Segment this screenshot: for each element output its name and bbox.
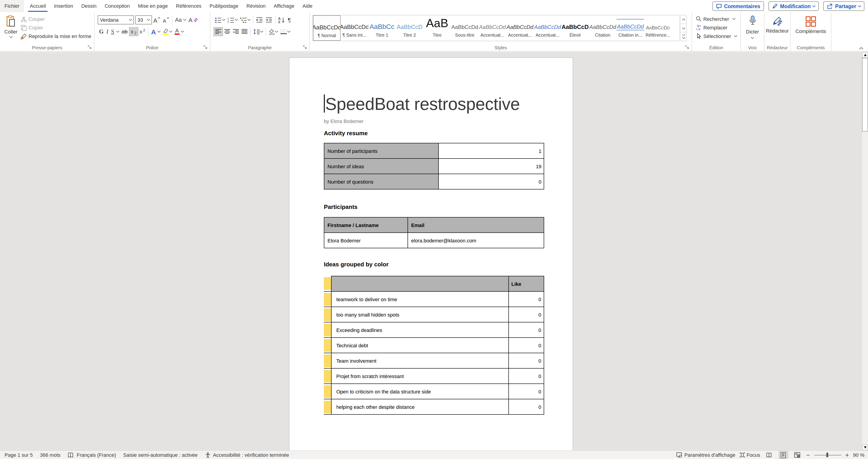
svg-text:c: c (699, 27, 701, 30)
underline-button[interactable]: S (110, 27, 120, 36)
line-spacing-button[interactable] (252, 27, 264, 36)
addins-button[interactable]: Compléments (790, 15, 831, 34)
read-mode-button[interactable] (764, 451, 774, 459)
style-sous-titre[interactable]: AaBbCcDdSous-titre (451, 15, 478, 41)
show-marks-button[interactable]: ¶ (286, 15, 292, 25)
style-normal[interactable]: AaBbCcDd¶ Normal (313, 15, 341, 41)
autocomplete-indicator[interactable]: Saisie semi-automatique : activée (123, 452, 198, 458)
tab-dessin[interactable]: Dessin (79, 0, 99, 12)
styles-dialog-launcher[interactable] (685, 45, 689, 49)
superscript-button[interactable]: x2 (138, 27, 147, 36)
accessibility-status[interactable]: Accessibilité : vérification terminée (213, 452, 289, 458)
style-titre-1[interactable]: AaBbCcTitre 1 (368, 15, 396, 41)
multilevel-list-button[interactable] (239, 15, 251, 25)
table-row: Open to criticism on the data structure … (324, 384, 544, 399)
print-layout-button[interactable] (778, 451, 788, 459)
zoom-slider-handle[interactable] (826, 453, 828, 457)
display-settings-button[interactable]: Paramètres d'affichage (676, 452, 735, 458)
tab-affichage[interactable]: Affichage (271, 0, 297, 12)
focus-button[interactable]: Focus (739, 452, 760, 458)
font-dialog-launcher[interactable] (204, 45, 208, 49)
justify-button[interactable] (240, 27, 249, 36)
align-center-button[interactable] (223, 27, 231, 36)
proofing-icon[interactable] (68, 452, 73, 458)
styles-scroll-up[interactable] (681, 15, 686, 24)
borders-button[interactable] (279, 27, 291, 36)
language-indicator[interactable]: Français (France) (77, 452, 116, 458)
shrink-font-button[interactable]: A (161, 15, 170, 25)
highlight-button[interactable] (161, 27, 173, 36)
paste-button[interactable]: Coller (3, 15, 19, 37)
tab-conception[interactable]: Conception (102, 0, 132, 12)
tab-references[interactable]: Références (173, 0, 204, 12)
align-right-button[interactable] (231, 27, 240, 36)
format-painter-button[interactable]: Reproduire la mise en forme (21, 32, 91, 40)
paragraph-dialog-launcher[interactable] (303, 45, 307, 49)
bold-button[interactable]: G (98, 27, 105, 36)
scroll-up-button[interactable] (862, 52, 868, 58)
style-accentuation[interactable]: AaBbCcDdAccentuat... (506, 15, 534, 41)
zoom-level[interactable]: 90 % (853, 452, 864, 458)
tab-accueil[interactable]: Accueil (27, 0, 49, 12)
style-sans-interligne[interactable]: AaBbCcDd¶ Sans int... (341, 15, 368, 41)
comments-button[interactable]: Commentaires (712, 1, 764, 11)
page-indicator[interactable]: Page 1 sur 5 (4, 452, 33, 458)
tab-publipostage[interactable]: Publipostage (207, 0, 241, 12)
word-count[interactable]: 366 mots (40, 452, 61, 458)
zoom-in-button[interactable]: + (845, 451, 849, 459)
styles-scroll-down[interactable] (681, 24, 686, 33)
find-button[interactable]: Rechercher (696, 15, 737, 23)
zoom-slider[interactable] (814, 451, 841, 459)
font-name-combo[interactable]: Verdana (98, 15, 134, 25)
copy-button[interactable]: Copier (21, 24, 91, 32)
font-color-button[interactable]: A (173, 27, 185, 36)
scrollbar-thumb[interactable] (862, 58, 868, 132)
scroll-down-button[interactable] (862, 445, 868, 450)
tab-fichier[interactable]: Fichier (0, 0, 24, 12)
style-citation-intense[interactable]: AaBbCcDdCitation in... (617, 15, 644, 41)
style-citation[interactable]: AaBbCcDdCitation (589, 15, 617, 41)
vertical-scrollbar[interactable] (862, 52, 868, 450)
tab-aide[interactable]: Aide (300, 0, 315, 12)
style-titre[interactable]: AaBTitre (423, 15, 451, 41)
decrease-indent-button[interactable] (255, 15, 264, 25)
increase-indent-button[interactable] (264, 15, 274, 25)
style-accentuation-intense[interactable]: AaBbCcDdAccentuat... (534, 15, 561, 41)
svg-text:A: A (163, 18, 166, 23)
text-effects-button[interactable]: A (150, 27, 161, 36)
share-button[interactable]: Partager (824, 1, 864, 11)
zoom-out-button[interactable]: − (806, 451, 810, 459)
tab-revision[interactable]: Révision (244, 0, 268, 12)
italic-button[interactable]: I (105, 27, 110, 36)
font-size-combo[interactable]: 33 (135, 15, 152, 25)
clear-formatting-button[interactable]: A (187, 15, 199, 25)
editing-mode-button[interactable]: Modification (768, 1, 819, 11)
tab-insertion[interactable]: Insertion (51, 0, 76, 12)
bullets-button[interactable] (214, 15, 226, 25)
style-reference[interactable]: AaBbCcDdRéférence... (644, 15, 672, 41)
style-titre-2[interactable]: AaBbCcDTitre 2 (396, 15, 423, 41)
editor-button[interactable]: Rédacteur (765, 15, 790, 33)
clipboard-dialog-launcher[interactable] (88, 45, 92, 49)
grow-font-button[interactable]: A (152, 15, 161, 25)
collapse-ribbon-chevron[interactable] (859, 47, 864, 50)
cut-button[interactable]: Couper (21, 15, 91, 23)
align-left-button[interactable] (214, 27, 223, 36)
select-button[interactable]: Sélectionner (696, 32, 737, 40)
accessibility-icon[interactable] (205, 452, 211, 458)
document-page[interactable]: SpeedBoat restrospective by Elora Bodeme… (289, 58, 573, 450)
replace-button[interactable]: bc Remplacer (696, 24, 737, 31)
tab-mise-en-page[interactable]: Mise en page (135, 0, 170, 12)
style-accentuation-legere[interactable]: AaBbCcDdAccentuat... (478, 15, 506, 41)
style-eleve[interactable]: AaBbCcDÉlevé (561, 15, 589, 41)
change-case-button[interactable]: Aa (174, 15, 187, 25)
subscript-button[interactable]: x2 (129, 27, 138, 36)
dictate-button[interactable]: Dicter (741, 15, 764, 38)
web-layout-button[interactable] (792, 451, 802, 459)
sort-button[interactable]: AZ (277, 15, 286, 25)
numbering-button[interactable]: 123 (226, 15, 239, 25)
strikethrough-button[interactable]: ab (120, 27, 129, 36)
doc-byline: by Elora Bodemer (324, 119, 543, 124)
styles-more-button[interactable] (681, 33, 686, 41)
shading-button[interactable] (267, 27, 279, 36)
